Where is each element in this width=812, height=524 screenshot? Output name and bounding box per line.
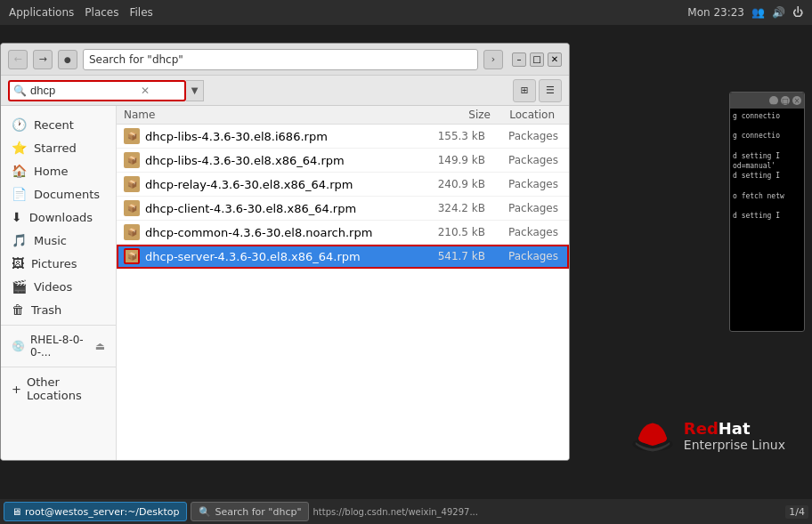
sidebar-label-trash: Trash bbox=[31, 303, 61, 317]
col-size-header: Size bbox=[419, 109, 491, 121]
other-locations-icon: + bbox=[12, 383, 21, 396]
power-icon: ⏻ bbox=[792, 6, 803, 19]
file-row[interactable]: 📦 dhcp-libs-4.3.6-30.el8.i686.rpm 155.3 … bbox=[117, 125, 569, 149]
file-row[interactable]: 📦 dhcp-common-4.3.6-30.el8.noarch.rpm 21… bbox=[117, 221, 569, 245]
file-location: Packages bbox=[491, 178, 562, 190]
redhat-logo: RedHat Enterprise Linux bbox=[630, 417, 785, 453]
sidebar-item-music[interactable]: 🎵 Music bbox=[1, 229, 116, 252]
terminal-taskbar-icon: 🖥 bbox=[12, 506, 21, 518]
file-size: 149.9 kB bbox=[423, 154, 485, 166]
drive-icon: 💿 bbox=[12, 340, 25, 352]
window-controls: – □ ✕ bbox=[512, 52, 562, 67]
col-name-header: Name bbox=[124, 109, 419, 121]
sidebar-item-trash[interactable]: 🗑 Trash bbox=[1, 298, 116, 321]
rpm-icon: 📦 bbox=[124, 224, 140, 240]
starred-icon: ⭐ bbox=[12, 141, 27, 155]
file-location: Packages bbox=[491, 130, 562, 142]
file-name: dhcp-libs-4.3.6-30.el8.x86_64.rpm bbox=[145, 154, 418, 167]
fm-titlebar: ← → ● Search for "dhcp" › – □ ✕ bbox=[1, 44, 569, 76]
sidebar-item-home[interactable]: 🏠 Home bbox=[1, 159, 116, 182]
file-location: Packages bbox=[491, 226, 562, 238]
volume-icon: 🔊 bbox=[772, 6, 785, 19]
sidebar-item-videos[interactable]: 🎬 Videos bbox=[1, 275, 116, 298]
file-manager-window: ← → ● Search for "dhcp" › – □ ✕ 🔍 ✕ ▼ bbox=[0, 43, 570, 461]
file-list-header: Name Size Location bbox=[117, 106, 569, 125]
file-name: dhcp-libs-4.3.6-30.el8.i686.rpm bbox=[145, 130, 418, 143]
sidebar: 🕐 Recent ⭐ Starred 🏠 Home 📄 Documents ⬇ bbox=[1, 106, 117, 460]
file-list: Name Size Location 📦 dhcp-libs-4.3.6-30.… bbox=[117, 106, 569, 460]
sidebar-label-recent: Recent bbox=[34, 118, 74, 132]
trash-icon: 🗑 bbox=[12, 302, 24, 317]
pictures-icon: 🖼 bbox=[12, 256, 24, 270]
terminal-window: _ □ × g connectio g connectio d setting … bbox=[729, 92, 805, 332]
places-menu[interactable]: Places bbox=[85, 6, 118, 19]
term-close-btn[interactable]: × bbox=[792, 96, 801, 105]
sidebar-label-videos: Videos bbox=[34, 280, 72, 294]
term-min-btn[interactable]: _ bbox=[769, 96, 778, 105]
rpm-icon: 📦 bbox=[124, 176, 140, 192]
sidebar-label-music: Music bbox=[34, 234, 67, 247]
file-row[interactable]: 📦 dhcp-libs-4.3.6-30.el8.x86_64.rpm 149.… bbox=[117, 149, 569, 173]
window-close-btn[interactable]: ✕ bbox=[548, 52, 562, 67]
up-btn[interactable]: ● bbox=[58, 50, 77, 69]
term-max-btn[interactable]: □ bbox=[781, 96, 790, 105]
videos-icon: 🎬 bbox=[12, 279, 27, 294]
view-icons-btn[interactable]: ⊞ bbox=[513, 79, 536, 102]
sidebar-label-home: Home bbox=[34, 165, 68, 178]
search-input[interactable] bbox=[30, 84, 137, 97]
sidebar-item-other-locations[interactable]: + Other Locations bbox=[1, 371, 116, 407]
top-bar: Applications Places Files Mon 23:23 👥 🔊 … bbox=[0, 0, 812, 25]
file-location-selected: Packages bbox=[491, 250, 562, 262]
file-row[interactable]: 📦 dhcp-relay-4.3.6-30.el8.x86_64.rpm 240… bbox=[117, 173, 569, 197]
taskbar-terminal[interactable]: 🖥 root@westos_server:~/Desktop bbox=[4, 502, 187, 521]
search-input-wrapper: 🔍 ✕ bbox=[8, 80, 186, 101]
sidebar-item-downloads[interactable]: ⬇ Downloads bbox=[1, 206, 116, 229]
search-dropdown-btn[interactable]: ▼ bbox=[186, 80, 204, 101]
home-icon: 🏠 bbox=[12, 164, 27, 178]
recent-icon: 🕐 bbox=[12, 117, 27, 132]
rpm-icon: 📦 bbox=[124, 152, 140, 168]
window-maximize-btn[interactable]: □ bbox=[530, 52, 544, 67]
rpm-icon-selected: 📦 bbox=[124, 248, 140, 264]
eject-btn[interactable]: ⏏ bbox=[95, 340, 105, 352]
users-icon: 👥 bbox=[751, 6, 765, 19]
file-row[interactable]: 📦 dhcp-client-4.3.6-30.el8.x86_64.rpm 32… bbox=[117, 197, 569, 221]
view-list-btn[interactable]: ☰ bbox=[539, 79, 562, 102]
sidebar-item-pictures[interactable]: 🖼 Pictures bbox=[1, 252, 116, 275]
file-location: Packages bbox=[491, 154, 562, 166]
forward-btn[interactable]: → bbox=[33, 50, 53, 69]
sidebar-label-downloads: Downloads bbox=[29, 211, 93, 224]
sidebar-item-documents[interactable]: 📄 Documents bbox=[1, 182, 116, 206]
sidebar-item-rhel[interactable]: 💿 RHEL-8-0-0-... ⏏ bbox=[1, 329, 116, 363]
desktop: RedHat Enterprise Linux _ □ × g connecti… bbox=[0, 25, 812, 524]
status-url: https://blog.csdn.net/weixin_49297... bbox=[313, 507, 782, 517]
search-clear-btn[interactable]: ✕ bbox=[141, 85, 150, 97]
svg-point-1 bbox=[638, 433, 667, 445]
downloads-icon: ⬇ bbox=[12, 210, 22, 224]
terminal-titlebar: _ □ × bbox=[730, 93, 804, 109]
terminal-content: g connectio g connectio d setting I od=m… bbox=[730, 109, 804, 223]
rpm-icon: 📦 bbox=[124, 200, 140, 216]
sidebar-item-starred[interactable]: ⭐ Starred bbox=[1, 136, 116, 159]
taskbar-filemanager[interactable]: 🔍 Search for "dhcp" bbox=[191, 502, 309, 521]
filemanager-taskbar-icon: 🔍 bbox=[199, 506, 211, 518]
sidebar-item-recent[interactable]: 🕐 Recent bbox=[1, 113, 116, 136]
files-menu[interactable]: Files bbox=[129, 6, 152, 19]
search-icon: 🔍 bbox=[13, 85, 27, 97]
taskbar: 🖥 root@westos_server:~/Desktop 🔍 Search … bbox=[0, 499, 812, 524]
applications-menu[interactable]: Applications bbox=[9, 6, 74, 19]
terminal-taskbar-label: root@westos_server:~/Desktop bbox=[25, 506, 179, 518]
window-minimize-btn[interactable]: – bbox=[512, 52, 526, 67]
page-number: 1/4 bbox=[785, 505, 808, 519]
filemanager-taskbar-label: Search for "dhcp" bbox=[215, 506, 301, 518]
search-bar-container: 🔍 ✕ ▼ bbox=[8, 80, 502, 101]
next-breadcrumb-btn[interactable]: › bbox=[483, 50, 503, 69]
file-row-selected[interactable]: 📦 dhcp-server-4.3.6-30.el8.x86_64.rpm 54… bbox=[117, 245, 569, 269]
other-locations-label: Other Locations bbox=[27, 375, 105, 402]
sidebar-label-documents: Documents bbox=[34, 188, 100, 201]
fm-body: 🕐 Recent ⭐ Starred 🏠 Home 📄 Documents ⬇ bbox=[1, 106, 569, 460]
sidebar-label-starred: Starred bbox=[34, 141, 77, 155]
back-btn[interactable]: ← bbox=[8, 50, 28, 69]
file-name: dhcp-client-4.3.6-30.el8.x86_64.rpm bbox=[145, 202, 418, 215]
file-size: 324.2 kB bbox=[423, 202, 485, 214]
